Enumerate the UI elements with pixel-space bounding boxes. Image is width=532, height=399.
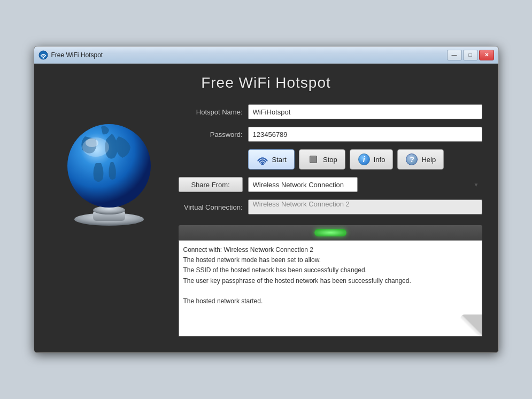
app-content: Free WiFi Hotspot (34, 64, 498, 352)
share-from-button[interactable]: Share From: (179, 177, 243, 192)
stop-label: Stop (323, 156, 337, 164)
svg-point-1 (42, 57, 44, 58)
app-icon (38, 50, 48, 60)
status-indicator (314, 229, 346, 236)
title-bar-controls: — □ ✕ (447, 50, 494, 60)
hotspot-name-label: Hotspot Name: (179, 108, 243, 116)
help-label: Help (421, 156, 436, 164)
status-bar (179, 225, 482, 240)
close-button[interactable]: ✕ (479, 50, 494, 60)
help-button[interactable]: ? Help (397, 149, 444, 170)
share-from-dropdown[interactable]: Wireless Network Connection Ethernet Loc… (248, 177, 358, 192)
wifi-start-icon (256, 153, 269, 166)
globe-area (50, 104, 168, 233)
window-title: Free WiFi Hotspot (51, 51, 103, 59)
stop-icon (307, 153, 320, 166)
log-text: Connect with: Wireless Network Connectio… (183, 245, 477, 306)
minimize-button[interactable]: — (447, 50, 462, 60)
start-label: Start (272, 156, 287, 164)
controls-area: Hotspot Name: Password: (179, 104, 482, 336)
info-label: Info (374, 156, 385, 164)
dropdown-arrow-icon: ▼ (474, 182, 479, 188)
app-title: Free WiFi Hotspot (50, 74, 482, 91)
log-area: Connect with: Wireless Network Connectio… (179, 240, 482, 336)
share-from-row: Share From: Wireless Network Connection … (179, 177, 482, 192)
svg-point-8 (86, 139, 98, 147)
share-dropdown-wrapper: Wireless Network Connection Ethernet Loc… (248, 177, 482, 192)
globe-icon (56, 115, 163, 233)
stop-button[interactable]: Stop (299, 149, 345, 170)
hotspot-name-row: Hotspot Name: (179, 104, 482, 119)
password-row: Password: (179, 127, 482, 142)
hotspot-name-input[interactable] (248, 104, 482, 119)
title-bar: Free WiFi Hotspot — □ ✕ (34, 47, 498, 64)
app-window: Free WiFi Hotspot — □ ✕ Free WiFi Hotspo… (34, 46, 499, 353)
status-area: Connect with: Wireless Network Connectio… (179, 225, 482, 336)
password-input[interactable] (248, 127, 482, 142)
help-icon: ? (405, 153, 418, 166)
title-bar-left: Free WiFi Hotspot (38, 50, 103, 60)
main-layout: Hotspot Name: Password: (50, 104, 482, 336)
start-button[interactable]: Start (248, 149, 295, 170)
virtual-connection-value: Wireless Network Connection 2 (248, 200, 482, 214)
maximize-button[interactable]: □ (463, 50, 478, 60)
info-button[interactable]: i Info (350, 149, 394, 170)
info-icon: i (358, 153, 371, 166)
password-label: Password: (179, 131, 243, 139)
action-buttons-row: Start Stop i Info (179, 149, 482, 170)
virtual-connection-row: Virtual Connection: Wireless Network Con… (179, 200, 482, 214)
virtual-connection-label: Virtual Connection: (179, 203, 243, 211)
